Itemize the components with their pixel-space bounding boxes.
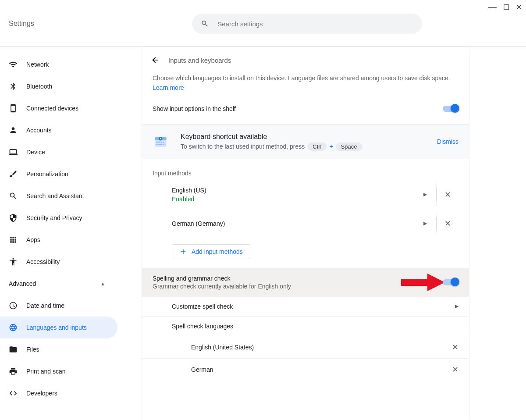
sidebar-advanced-toggle[interactable]: Advanced ▲ <box>0 273 114 295</box>
sidebar-item-accessibility[interactable]: Accessibility <box>0 251 142 273</box>
app-title: Settings <box>9 20 34 28</box>
phone-icon <box>9 104 18 113</box>
input-method-status: Enabled <box>172 196 414 203</box>
sidebar-item-date-time[interactable]: Date and time <box>0 295 142 317</box>
chevron-right-icon: ▶ <box>423 192 427 197</box>
sidebar-item-security-privacy[interactable]: Security and Privacy <box>0 207 142 229</box>
show-input-options-row: Show input options in the shelf <box>142 93 469 125</box>
search-bar[interactable] <box>192 14 422 34</box>
sidebar-item-label: Accounts <box>26 127 52 134</box>
folder-icon <box>9 345 18 354</box>
remove-language-button[interactable]: ✕ <box>452 365 458 374</box>
spell-check-language-row: English (United States) ✕ <box>142 336 469 358</box>
sidebar-item-label: Apps <box>26 236 40 243</box>
keyboard-shortcut-desc: To switch to the last used input method,… <box>181 143 305 150</box>
sidebar-item-label: Network <box>26 61 49 68</box>
key-space: Space <box>336 142 363 151</box>
brush-icon <box>9 170 18 178</box>
input-method-name: German (Germany) <box>172 220 414 227</box>
add-input-methods-button[interactable]: Add input methods <box>172 244 250 259</box>
spell-check-languages-label: Spell check languages <box>142 317 469 336</box>
spelling-grammar-row: Spelling and grammar check Grammar check… <box>142 268 469 297</box>
back-arrow-icon[interactable] <box>151 56 160 64</box>
svg-rect-8 <box>158 144 162 145</box>
close-icon: ✕ <box>444 190 451 199</box>
search-icon <box>9 192 18 200</box>
input-method-row[interactable]: German (Germany) ▶ ✕ <box>142 209 469 238</box>
apps-icon <box>9 235 18 244</box>
sidebar-item-label: Languages and inputs <box>26 324 87 331</box>
input-method-remove-button[interactable]: ✕ <box>437 184 458 206</box>
keyboard-shortcut-card: Keyboard shortcut available To switch to… <box>142 125 469 159</box>
chevron-up-icon: ▲ <box>100 281 105 286</box>
key-ctrl: Ctrl <box>307 142 327 151</box>
search-icon <box>201 19 209 28</box>
show-input-options-label: Show input options in the shelf <box>153 105 236 112</box>
add-input-methods-label: Add input methods <box>192 248 243 255</box>
input-method-details-button[interactable]: ▶ <box>414 213 436 235</box>
sidebar-item-search-assistant[interactable]: Search and Assistant <box>0 185 142 207</box>
spell-check-language-row: German ✕ <box>142 358 469 381</box>
close-icon: ✕ <box>444 219 451 228</box>
spell-check-language-name: English (United States) <box>191 344 254 351</box>
sidebar-advanced-label: Advanced <box>9 280 36 287</box>
sidebar-item-connected-devices[interactable]: Connected devices <box>0 97 142 119</box>
svg-rect-4 <box>158 142 160 143</box>
learn-more-link[interactable]: Learn more <box>153 84 184 91</box>
svg-marker-11 <box>427 274 445 291</box>
spelling-grammar-sub: Grammar check currently available for En… <box>153 283 291 290</box>
red-arrow-annotation <box>401 274 445 291</box>
spelling-grammar-toggle[interactable] <box>443 279 458 285</box>
wifi-icon <box>9 60 18 69</box>
sidebar-item-print-scan[interactable]: Print and scan <box>0 360 142 382</box>
show-input-options-toggle[interactable] <box>443 106 458 112</box>
print-icon <box>9 367 18 376</box>
svg-rect-6 <box>163 142 164 143</box>
clock-icon <box>9 301 18 310</box>
input-method-remove-button[interactable]: ✕ <box>437 213 458 235</box>
main-panel: Inputs and keyboards Choose which langua… <box>142 47 469 420</box>
sidebar-item-personalization[interactable]: Personalization <box>0 163 142 185</box>
page-title: Inputs and keyboards <box>168 57 231 64</box>
customize-spell-check-label: Customize spell check <box>172 303 233 310</box>
plus-icon <box>179 248 187 256</box>
sidebar-item-accounts[interactable]: Accounts <box>0 119 142 141</box>
sidebar-item-developers[interactable]: Developers <box>0 382 142 404</box>
sidebar-item-label: Date and time <box>26 302 64 309</box>
sidebar-item-network[interactable]: Network <box>0 53 142 75</box>
sidebar-item-bluetooth[interactable]: Bluetooth <box>0 75 142 97</box>
sidebar-item-files[interactable]: Files <box>0 338 142 360</box>
dismiss-button[interactable]: Dismiss <box>437 138 458 145</box>
sidebar-item-label: Security and Privacy <box>26 214 82 221</box>
input-method-details-button[interactable]: ▶ <box>414 184 436 206</box>
svg-rect-3 <box>156 142 157 143</box>
remove-language-button[interactable]: ✕ <box>452 342 458 352</box>
code-icon <box>9 389 18 398</box>
search-input[interactable] <box>217 20 413 28</box>
sidebar-item-apps[interactable]: Apps <box>0 229 142 251</box>
sidebar-item-label: Personalization <box>26 171 68 178</box>
sidebar: Network Bluetooth Connected devices Acco… <box>0 47 142 404</box>
customize-spell-check-row[interactable]: Customize spell check ▶ <box>142 297 469 317</box>
input-methods-section-label: Input methods <box>142 159 469 180</box>
sidebar-item-label: Print and scan <box>26 368 66 375</box>
laptop-icon <box>9 148 18 157</box>
accessibility-icon <box>9 257 18 266</box>
svg-rect-5 <box>160 142 162 143</box>
sidebar-item-label: Files <box>26 346 39 353</box>
sidebar-item-label: Bluetooth <box>26 83 52 90</box>
chevron-right-icon: ▶ <box>423 221 427 226</box>
sidebar-item-languages-inputs[interactable]: Languages and inputs <box>0 317 117 338</box>
spell-check-language-name: German <box>191 366 213 373</box>
input-method-row[interactable]: English (US) Enabled ▶ ✕ <box>142 180 469 209</box>
person-icon <box>9 126 18 135</box>
section-description: Choose which languages to install on thi… <box>153 75 450 82</box>
chevron-right-icon: ▶ <box>455 303 458 309</box>
svg-rect-10 <box>401 279 427 286</box>
sidebar-item-label: Connected devices <box>26 105 78 112</box>
bluetooth-icon <box>9 82 18 91</box>
spelling-grammar-title: Spelling and grammar check <box>153 275 291 282</box>
sidebar-item-device[interactable]: Device <box>0 141 142 163</box>
shield-icon <box>9 214 18 222</box>
sidebar-item-label: Search and Assistant <box>26 192 84 199</box>
